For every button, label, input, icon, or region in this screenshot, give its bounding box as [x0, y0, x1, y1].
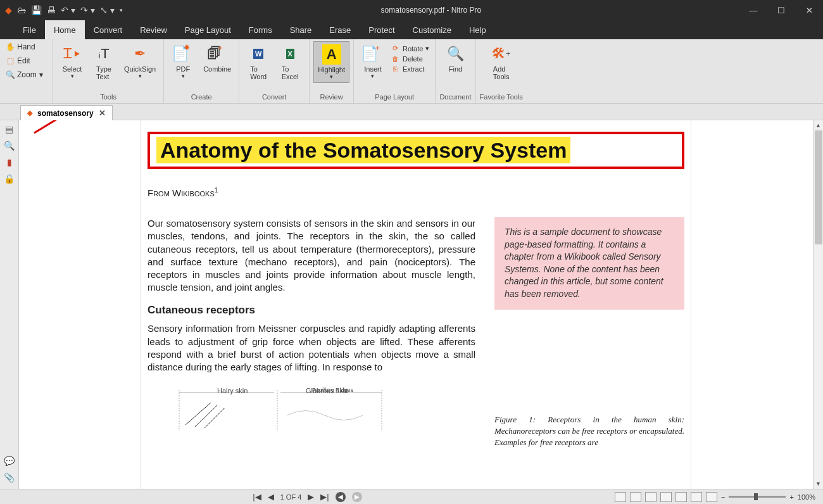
sign-icon: ✒	[130, 44, 150, 64]
menu-help[interactable]: Help	[460, 20, 495, 39]
zoom-out-button[interactable]: −	[721, 493, 725, 501]
nav-forward-button[interactable]: ▶	[352, 492, 362, 502]
close-button[interactable]: ✕	[795, 0, 823, 20]
page-layout-group-label: Page Layout	[375, 93, 414, 102]
diagram-svg	[154, 390, 420, 434]
menu-customize[interactable]: Customize	[404, 20, 460, 39]
document-tab[interactable]: ◆ somatosensory ✕	[20, 105, 113, 120]
view-fullscreen-button[interactable]	[706, 492, 717, 502]
menu-review[interactable]: Review	[131, 20, 176, 39]
view-fit-width-button[interactable]	[675, 492, 687, 502]
view-single-page-button[interactable]	[615, 492, 626, 502]
document-tab-label: somatosensory	[37, 109, 94, 118]
favorite-tools-group: 🛠+Add Tools Favorite Tools	[476, 39, 527, 103]
page-layout-group: 📄＋Insert▾ ⟳Rotate ▾ 🗑Delete ⎘Extract Pag…	[354, 39, 436, 103]
extract-button[interactable]: ⎘Extract	[389, 65, 431, 73]
view-facing-button[interactable]	[645, 492, 657, 502]
menu-protect[interactable]: Protect	[360, 20, 403, 39]
to-excel-button[interactable]: XTo Excel	[275, 41, 305, 83]
view-tools-group: ✋Hand ⬚Edit 🔍Zoom ▾	[0, 39, 53, 103]
document-subhead: From Wikibooks1	[148, 187, 684, 198]
work-area: ▤ 🔍 ▮ 🔒 💬 📎 Anatomy of the Somatosensory…	[0, 120, 823, 489]
document-viewport[interactable]: Anatomy of the Somatosensory System From…	[19, 120, 813, 489]
prev-page-button[interactable]: ◀	[268, 492, 274, 501]
attachments-panel-icon[interactable]: 📎	[4, 472, 15, 482]
select-button[interactable]: Ꮖ▸Select▾	[57, 41, 87, 82]
save-icon[interactable]: 💾	[31, 5, 42, 15]
type-text-button[interactable]: ᵢTType Text	[89, 41, 119, 83]
add-tools-button[interactable]: 🛠+Add Tools	[486, 41, 517, 83]
svg-line-6	[195, 405, 217, 427]
nitro-icon[interactable]: ◆	[5, 5, 12, 15]
next-page-button[interactable]: ▶	[308, 492, 314, 501]
skin-diagram: Hairy skin Glabrous skin Papillary Ridge…	[148, 386, 475, 437]
undo-icon[interactable]: ↶ ▾	[61, 5, 75, 15]
pages-panel-icon[interactable]: ▤	[5, 124, 13, 134]
security-panel-icon[interactable]: 🔒	[4, 173, 15, 184]
tools-icon: 🛠+	[491, 44, 512, 64]
scroll-up-icon[interactable]: ▲	[814, 120, 823, 130]
nav-back-button[interactable]: ◀	[336, 492, 346, 502]
document-group-label: Document	[439, 93, 471, 102]
select-tool-icon[interactable]: ⤡ ▾	[100, 5, 115, 15]
edit-tool[interactable]: ⬚Edit	[4, 56, 49, 66]
menu-file[interactable]: File	[14, 20, 45, 39]
vertical-scrollbar[interactable]: ▲ ▼	[813, 120, 823, 489]
zoom-slider[interactable]	[729, 496, 786, 498]
scroll-down-icon[interactable]: ▼	[814, 479, 823, 489]
review-group: AHighlight▾ Review	[310, 39, 354, 103]
redo-icon[interactable]: ↷ ▾	[80, 5, 95, 15]
pdf-page: Anatomy of the Somatosensory System From…	[141, 120, 691, 489]
bookmarks-panel-icon[interactable]: ▮	[7, 157, 12, 167]
view-continuous-button[interactable]	[630, 492, 641, 502]
zoom-in-button[interactable]: +	[789, 493, 793, 501]
quicksign-button[interactable]: ✒QuickSign▾	[120, 41, 160, 82]
window-title: somatosensory.pdf - Nitro Pro	[123, 6, 739, 15]
scroll-thumb[interactable]	[815, 130, 822, 244]
highlight-icon: A	[322, 44, 342, 65]
edit-icon: ⬚	[6, 56, 15, 65]
find-button[interactable]: 🔍Find	[440, 41, 470, 75]
tools-group-label: Tools	[100, 93, 116, 102]
section-heading: Cutaneous receptors	[148, 303, 475, 318]
menu-home[interactable]: Home	[45, 20, 85, 39]
hand-tool[interactable]: ✋Hand	[4, 42, 49, 52]
paragraph-1: Our somatosensory system consists of sen…	[148, 217, 475, 294]
review-group-label: Review	[320, 93, 343, 102]
highlight-button[interactable]: AHighlight▾	[313, 41, 349, 83]
menu-page-layout[interactable]: Page Layout	[176, 20, 240, 39]
delete-button[interactable]: 🗑Delete	[389, 54, 431, 63]
word-icon: W	[248, 44, 268, 64]
document-heading: Anatomy of the Somatosensory System	[156, 137, 570, 163]
maximize-button[interactable]: ☐	[767, 0, 795, 20]
view-grid-button[interactable]	[660, 492, 672, 502]
rotate-button[interactable]: ⟳Rotate ▾	[389, 44, 431, 53]
fav-group-label: Favorite Tools	[480, 93, 523, 102]
view-fit-page-button[interactable]	[691, 492, 702, 502]
tools-group: Ꮖ▸Select▾ ᵢTType Text ✒QuickSign▾ Tools	[53, 39, 164, 103]
to-word-button[interactable]: WTo Word	[243, 41, 273, 83]
excel-icon: X	[280, 44, 300, 64]
menu-share[interactable]: Share	[281, 20, 321, 39]
zoom-slider-thumb[interactable]	[754, 493, 758, 500]
minimize-button[interactable]: —	[739, 0, 767, 20]
print-icon[interactable]: 🖶	[47, 5, 56, 15]
document-tab-bar: ◆ somatosensory ✕	[0, 104, 823, 120]
convert-group-label: Convert	[262, 93, 287, 102]
last-page-button[interactable]: ▶|	[320, 492, 329, 501]
menu-forms[interactable]: Forms	[240, 20, 281, 39]
combine-button[interactable]: 🗐＋Combine	[199, 41, 235, 75]
menu-convert[interactable]: Convert	[85, 20, 132, 39]
search-panel-icon[interactable]: 🔍	[4, 141, 15, 151]
tab-close-icon[interactable]: ✕	[99, 108, 106, 118]
zoom-tool[interactable]: 🔍Zoom ▾	[4, 70, 49, 80]
insert-button[interactable]: 📄＋Insert▾	[358, 41, 388, 82]
open-icon[interactable]: 🗁	[17, 5, 26, 15]
pdf-button[interactable]: 📄✸PDF▾	[168, 41, 198, 82]
comments-panel-icon[interactable]: 💬	[4, 456, 15, 466]
type-text-icon: ᵢT	[94, 44, 114, 64]
menu-erase[interactable]: Erase	[320, 20, 360, 39]
hand-icon: ✋	[6, 42, 15, 51]
first-page-button[interactable]: |◀	[253, 492, 261, 501]
convert-group: WTo Word XTo Excel Convert	[239, 39, 310, 103]
